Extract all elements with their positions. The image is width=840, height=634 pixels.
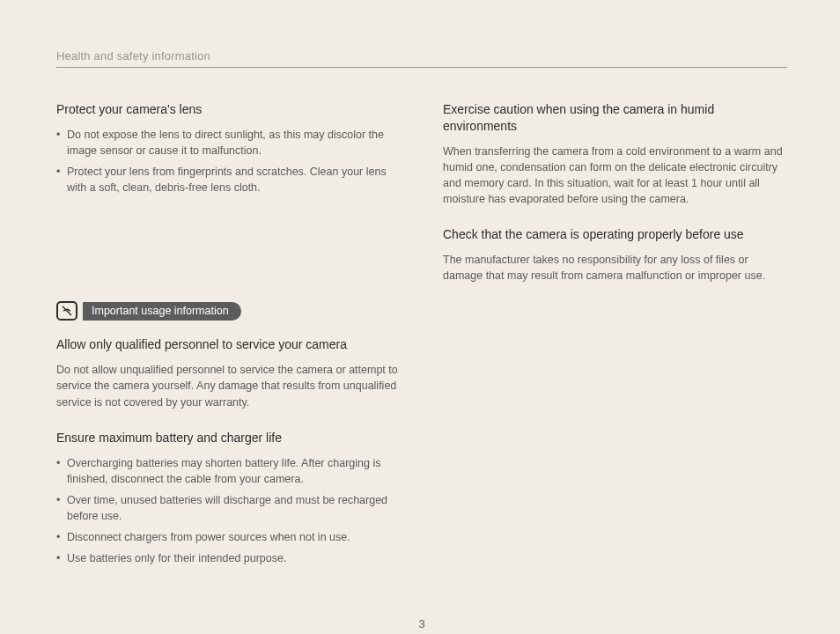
list-item: Overcharging batteries may shorten batte… [56,455,401,487]
right-column: Exercise caution when using the camera i… [443,101,787,586]
section-check-operating: Check that the camera is operating prope… [443,226,787,284]
body-text: Do not allow unqualified personnel to se… [56,362,401,409]
section-title: Check that the camera is operating prope… [443,226,787,243]
important-usage-heading: Important usage information [56,301,401,321]
section-title: Protect your camera's lens [56,101,401,118]
section-protect-lens: Protect your camera's lens Do not expose… [56,101,401,195]
page-header: Health and safety information [56,49,787,68]
important-pill-label: Important usage information [83,302,241,321]
manual-page: Health and safety information Protect yo… [0,0,840,630]
list-item: Over time, unused batteries will dischar… [56,492,401,524]
section-battery-life: Ensure maximum battery and charger life … [56,430,401,567]
list-item: Protect your lens from fingerprints and … [56,164,401,195]
list-item: Use batteries only for their intended pu… [56,550,401,566]
content-columns: Protect your camera's lens Do not expose… [56,101,787,586]
page-number: 3 [56,617,787,630]
list-item: Disconnect chargers from power sources w… [56,529,401,545]
section-title: Ensure maximum battery and charger life [56,430,401,446]
section-qualified-personnel: Allow only qualified personnel to servic… [56,336,401,409]
left-column: Protect your camera's lens Do not expose… [56,101,401,586]
list-item: Do not expose the lens to direct sunligh… [56,127,401,158]
bullet-list: Do not expose the lens to direct sunligh… [56,127,401,196]
body-text: When transferring the camera from a cold… [443,144,787,208]
section-humid-environments: Exercise caution when using the camera i… [443,101,787,207]
bullet-list: Overcharging batteries may shorten batte… [56,455,401,567]
section-title: Exercise caution when using the camera i… [443,101,787,135]
note-icon [56,301,77,321]
section-title: Allow only qualified personnel to servic… [56,336,401,353]
body-text: The manufacturer takes no responsibility… [443,252,787,284]
